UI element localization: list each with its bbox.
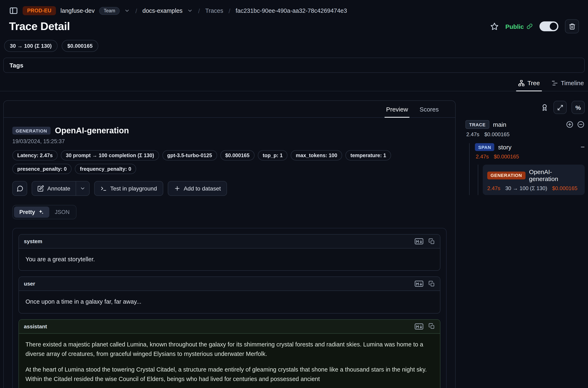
trace-name: main xyxy=(493,121,506,128)
copy-icon xyxy=(429,281,435,287)
public-label: Public xyxy=(505,23,524,30)
span-badge: SPAN xyxy=(475,143,495,151)
trash-icon xyxy=(568,23,575,30)
panel-tabs: Preview Scores xyxy=(4,101,455,118)
chevron-down-icon xyxy=(80,186,86,191)
breadcrumb-project[interactable]: docs-examples xyxy=(142,7,182,14)
expand-tree-button[interactable] xyxy=(553,101,567,114)
trace-latency: 2.47s xyxy=(466,131,479,137)
annotate-dropdown-button[interactable] xyxy=(76,181,89,195)
tree-node-generation-selected[interactable]: GENERATION OpenAI-generation 2.47s 30 → … xyxy=(483,165,585,195)
page-title: Trace Detail xyxy=(9,20,70,33)
token-breakdown-pill: 30 prompt → 100 completion (Σ 130) xyxy=(61,150,159,160)
copy-icon xyxy=(429,323,435,330)
tab-timeline[interactable]: Timeline xyxy=(551,79,584,91)
message-paragraph: At the heart of Lumina stood the towerin… xyxy=(25,365,433,384)
message-paragraph: You are a great storyteller. xyxy=(25,255,433,264)
latency-pill: Latency: 2.47s xyxy=(12,150,58,160)
minus-icon: − xyxy=(581,144,585,151)
zoom-in-button[interactable] xyxy=(566,121,574,128)
generation-row: GENERATION OpenAI-generation xyxy=(487,168,580,182)
tab-timeline-label: Timeline xyxy=(561,79,584,86)
test-in-playground-button[interactable]: Test in playground xyxy=(94,181,163,196)
project-switcher-button[interactable] xyxy=(187,8,193,14)
breadcrumb-org[interactable]: langfuse-dev xyxy=(60,7,94,14)
star-icon xyxy=(490,22,499,31)
trace-detail-page: PROD-EU langfuse-dev Team / docs-example… xyxy=(0,0,588,388)
span-cost: $0.000165 xyxy=(494,153,519,160)
max-tokens-pill: max_tokens: 100 xyxy=(291,150,342,160)
message-tools xyxy=(414,238,435,245)
span-metrics: 2.47s $0.000165 xyxy=(476,153,585,160)
format-pretty-button[interactable]: Pretty xyxy=(14,207,49,218)
view-tabs: Tree Timeline xyxy=(0,73,588,91)
zoom-out-button[interactable] xyxy=(577,121,585,128)
format-pretty-label: Pretty xyxy=(19,209,35,215)
message-paragraph: Once upon a time in a galaxy far, far aw… xyxy=(25,297,433,307)
messages-container: system You are a great storyteller. xyxy=(12,228,447,388)
tree-node-span[interactable]: SPAN story − xyxy=(475,143,585,151)
breadcrumb-separator: / xyxy=(197,7,201,14)
generation-cost: $0.000165 xyxy=(552,185,578,191)
test-in-playground-label: Test in playground xyxy=(110,185,157,192)
annotation-queue-button[interactable] xyxy=(541,103,548,111)
collapse-node-button[interactable]: − xyxy=(581,144,585,151)
copy-button[interactable] xyxy=(429,323,435,330)
tree-icon xyxy=(518,80,524,86)
annotate-split-button: Annotate xyxy=(32,181,90,196)
message-content: There existed a majestic planet called L… xyxy=(19,334,440,388)
public-link[interactable]: Public xyxy=(505,23,533,30)
markdown-toggle-button[interactable] xyxy=(414,323,424,330)
annotate-button[interactable]: Annotate xyxy=(32,181,76,195)
message-header: user xyxy=(19,277,440,291)
cost-pill: $0.000165 xyxy=(220,150,254,160)
link-icon xyxy=(526,23,533,30)
observation-meta-pills: Latency: 2.47s 30 prompt → 100 completio… xyxy=(12,150,447,174)
terminal-icon xyxy=(100,185,107,192)
tree-node-trace[interactable]: TRACE main xyxy=(465,120,585,129)
add-to-dataset-button[interactable]: Add to dataset xyxy=(168,181,227,196)
trace-tree-panel: % TRACE main 2.47s $0.000165 xyxy=(465,100,585,195)
copy-button[interactable] xyxy=(429,238,435,245)
message-card-assistant: assistant There existed a majestic plane… xyxy=(19,319,440,388)
format-json-button[interactable]: JSON xyxy=(49,207,75,218)
format-toggle: Pretty JSON xyxy=(12,205,77,219)
tree-children: GENERATION OpenAI-generation 2.47s 30 → … xyxy=(478,165,585,195)
token-usage-pill: 30 → 100 (Σ 130) xyxy=(4,40,58,52)
span-row-end: − xyxy=(581,144,585,151)
main-content: Preview Scores GENERATION OpenAI-generat… xyxy=(0,91,588,388)
message-tools xyxy=(414,323,435,330)
org-switcher-button[interactable] xyxy=(124,8,130,14)
tab-tree[interactable]: Tree xyxy=(518,79,540,91)
markdown-toggle-button[interactable] xyxy=(414,238,424,245)
markdown-toggle-button[interactable] xyxy=(414,280,424,287)
comment-button[interactable] xyxy=(12,181,27,196)
minus-circle-icon xyxy=(577,121,585,128)
add-to-dataset-label: Add to dataset xyxy=(184,185,221,192)
tags-section[interactable]: Tags xyxy=(3,58,585,73)
markdown-icon xyxy=(414,238,424,245)
message-role: assistant xyxy=(24,323,47,330)
copy-button[interactable] xyxy=(429,281,435,287)
observation-title: OpenAI-generation xyxy=(55,126,129,135)
generation-metrics: 2.47s 30 → 100 (Σ 130) $0.000165 xyxy=(487,185,580,191)
plus-circle-icon xyxy=(566,121,574,128)
edit-icon xyxy=(37,185,44,192)
sidebar-toggle-button[interactable] xyxy=(9,6,18,15)
generation-name: OpenAI-generation xyxy=(529,168,580,182)
comment-icon xyxy=(16,185,23,192)
delete-trace-button[interactable] xyxy=(565,19,579,33)
show-percentages-button[interactable]: % xyxy=(571,101,585,114)
observation-timestamp: 19/03/2024, 15:25:37 xyxy=(12,138,447,145)
annotate-label: Annotate xyxy=(47,185,70,192)
trace-metrics: 2.47s $0.000165 xyxy=(466,131,585,137)
bookmark-star-button[interactable] xyxy=(490,22,499,31)
public-toggle[interactable] xyxy=(540,21,558,31)
org-type-pill: Team xyxy=(99,7,120,15)
tab-preview[interactable]: Preview xyxy=(386,106,408,117)
tab-scores[interactable]: Scores xyxy=(420,106,439,117)
model-pill[interactable]: gpt-3.5-turbo-0125 xyxy=(162,150,217,160)
breadcrumb-traces-link[interactable]: Traces xyxy=(205,7,223,14)
markdown-icon xyxy=(414,323,424,330)
environment-badge: PROD-EU xyxy=(23,6,56,15)
